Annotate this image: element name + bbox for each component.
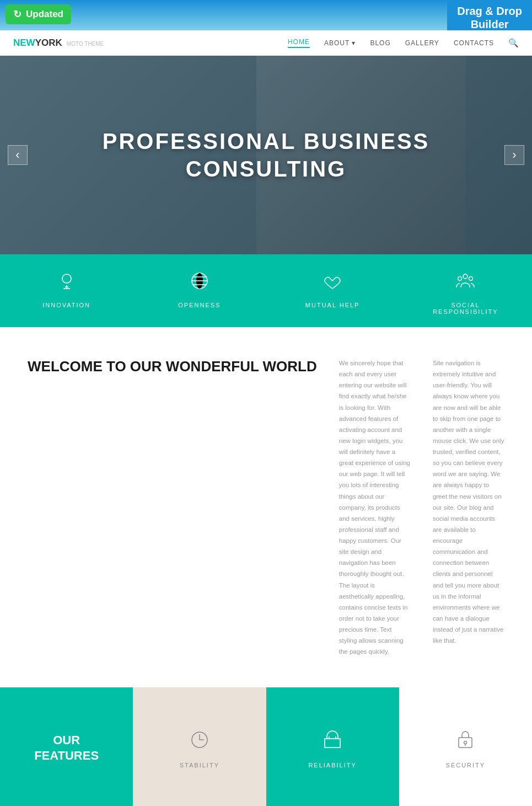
openness-label: OPENNESS: [178, 302, 221, 308]
security-icon: [453, 728, 477, 754]
svg-rect-16: [459, 738, 472, 748]
logo-moto: MOTO THEME: [67, 41, 104, 47]
nav-blog[interactable]: BLOG: [370, 39, 390, 47]
openness-icon: [187, 269, 212, 295]
logo: NEW YORK MOTO THEME: [13, 38, 104, 49]
feature-innovation: INNOVATION: [0, 269, 133, 315]
welcome-col1: We sincerely hope that each and every us…: [339, 357, 411, 657]
hero-content: PROFESSIONAL BUSINESS CONSULTING: [103, 127, 429, 183]
hero-title: PROFESSIONAL BUSINESS CONSULTING: [103, 127, 429, 183]
our-features-title: OURFEATURES: [34, 733, 99, 764]
hero-prev-button[interactable]: ‹: [8, 145, 28, 165]
feature-reliability: RELIABILITY: [266, 687, 399, 806]
nav-links: HOME ABOUT ▾ BLOG GALLERY CONTACTS 🔍: [288, 38, 519, 48]
welcome-title: WELCOME TO OUR WONDERFUL WORLD: [28, 357, 317, 376]
drag-drop-badge: Drag & Drop Builder ↗: [447, 0, 532, 30]
nav-contacts[interactable]: CONTACTS: [454, 39, 494, 47]
social-responsibility-icon: [453, 269, 477, 295]
svg-rect-13: [325, 739, 340, 748]
hero-next-button[interactable]: ›: [504, 145, 524, 165]
navbar: NEW YORK MOTO THEME HOME ABOUT ▾ BLOG GA…: [0, 30, 532, 56]
reliability-icon: [320, 728, 345, 754]
svg-point-11: [469, 277, 473, 281]
logo-new: NEW: [13, 38, 35, 49]
nav-gallery[interactable]: GALLERY: [405, 39, 439, 47]
nav-home[interactable]: HOME: [288, 38, 310, 48]
security-label: SECURITY: [446, 762, 486, 768]
svg-point-17: [464, 741, 467, 744]
next-icon: ›: [512, 148, 516, 162]
stability-label: STABILITY: [180, 762, 219, 768]
features-bar: INNOVATION OPENNESS MUTUAL HELP: [0, 254, 532, 327]
svg-point-10: [458, 277, 462, 281]
svg-point-0: [62, 274, 71, 283]
feature-social-responsibility: SOCIALRESPONSIBILITY: [399, 269, 532, 315]
welcome-section: WELCOME TO OUR WONDERFUL WORLD We sincer…: [0, 327, 532, 687]
social-responsibility-label: SOCIALRESPONSIBILITY: [433, 302, 498, 315]
feature-openness: OPENNESS: [133, 269, 266, 315]
mutual-help-icon: [320, 269, 345, 295]
innovation-icon: [55, 269, 79, 295]
nav-about[interactable]: ABOUT ▾: [324, 39, 356, 47]
updated-badge: ↻ Updated: [6, 4, 71, 24]
feature-stability: STABILITY: [133, 687, 266, 806]
logo-york: YORK: [35, 38, 62, 49]
svg-point-9: [463, 274, 467, 279]
welcome-col2: Site navigation is extremely intuitive a…: [433, 357, 504, 646]
our-features-section: OURFEATURES STABILITY RELIABILITY: [0, 687, 532, 806]
hero-section: PROFESSIONAL BUSINESS CONSULTING ‹ ›: [0, 56, 532, 254]
prev-icon: ‹: [15, 148, 19, 162]
reliability-label: RELIABILITY: [308, 762, 356, 768]
refresh-icon: ↻: [13, 8, 22, 20]
feature-security: SECURITY: [399, 687, 532, 806]
search-icon[interactable]: 🔍: [508, 38, 519, 48]
innovation-label: INNOVATION: [42, 302, 90, 308]
mutual-help-label: MUTUAL HELP: [305, 302, 360, 308]
our-features-header: OURFEATURES: [0, 687, 133, 806]
stability-icon: [187, 728, 212, 754]
feature-mutual-help: MUTUAL HELP: [266, 269, 399, 315]
